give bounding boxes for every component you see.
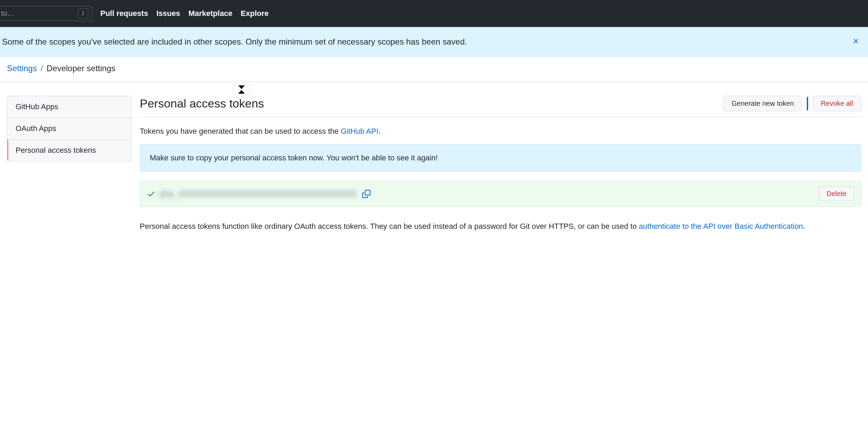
flash-close-button[interactable] bbox=[851, 36, 861, 48]
nav-links: Pull requests Issues Marketplace Explore bbox=[100, 9, 269, 18]
nav-marketplace[interactable]: Marketplace bbox=[189, 9, 232, 18]
breadcrumb-current: Developer settings bbox=[47, 64, 116, 73]
github-api-link[interactable]: GitHub API bbox=[341, 127, 378, 135]
hourglass-x-icon bbox=[236, 84, 247, 95]
copy-warning-text: Make sure to copy your personal access t… bbox=[150, 153, 438, 162]
sidebar-item-label: OAuth Apps bbox=[16, 124, 56, 133]
sidebar-item-github-apps[interactable]: GitHub Apps bbox=[7, 96, 131, 118]
check-icon bbox=[147, 190, 155, 198]
copy-token-button[interactable] bbox=[362, 190, 371, 198]
sidebar-item-oauth-apps[interactable]: OAuth Apps bbox=[7, 118, 131, 140]
content-header: Personal access tokens Generate new toke… bbox=[140, 96, 861, 117]
copy-icon bbox=[362, 190, 371, 198]
page-title: Personal access tokens bbox=[140, 97, 264, 110]
basic-auth-link[interactable]: authenticate to the API over Basic Authe… bbox=[639, 222, 803, 231]
close-icon bbox=[852, 37, 860, 45]
sidebar-item-label: GitHub Apps bbox=[16, 102, 58, 111]
nav-explore[interactable]: Explore bbox=[241, 9, 269, 18]
breadcrumb-settings-link[interactable]: Settings bbox=[7, 64, 37, 73]
nav-issues[interactable]: Issues bbox=[156, 9, 180, 18]
intro-after: . bbox=[378, 127, 381, 135]
flash-message: Some of the scopes you've selected are i… bbox=[2, 37, 467, 47]
vertical-separator bbox=[807, 97, 808, 111]
flash-banner: Some of the scopes you've selected are i… bbox=[0, 27, 868, 57]
revoke-all-button[interactable]: Revoke all bbox=[813, 96, 861, 111]
content: Personal access tokens Generate new toke… bbox=[140, 96, 861, 232]
footer-after: . bbox=[803, 222, 805, 231]
sidebar-item-personal-access-tokens[interactable]: Personal access tokens bbox=[7, 140, 131, 161]
top-nav: / Pull requests Issues Marketplace Explo… bbox=[0, 0, 868, 27]
footer-text: Personal access tokens function like ord… bbox=[140, 221, 861, 232]
intro-text: Tokens you have generated that can be us… bbox=[140, 127, 861, 136]
intro-before: Tokens you have generated that can be us… bbox=[140, 127, 341, 135]
generate-new-token-button[interactable]: Generate new token bbox=[723, 96, 802, 111]
footer-before: Personal access tokens function like ord… bbox=[140, 222, 639, 231]
sidebar-item-label: Personal access tokens bbox=[16, 146, 96, 154]
slash-key-hint: / bbox=[78, 8, 88, 19]
overlay-badge bbox=[232, 81, 250, 99]
search-input[interactable] bbox=[1, 9, 78, 18]
nav-pull-requests[interactable]: Pull requests bbox=[100, 9, 148, 18]
token-value: ghp_XXXXXXXXXXXXXXXXXXXXXXXXXXXXXXXXXXXX bbox=[159, 189, 357, 198]
delete-token-button[interactable]: Delete bbox=[819, 187, 854, 201]
token-row: ghp_XXXXXXXXXXXXXXXXXXXXXXXXXXXXXXXXXXXX… bbox=[140, 181, 861, 207]
breadcrumb-sep: / bbox=[40, 64, 43, 73]
search-wrap[interactable]: / bbox=[0, 6, 92, 21]
breadcrumb: Settings / Developer settings bbox=[0, 57, 868, 82]
header-actions: Generate new token Revoke all bbox=[723, 96, 861, 111]
copy-warning-banner: Make sure to copy your personal access t… bbox=[140, 144, 861, 172]
main: GitHub Apps OAuth Apps Personal access t… bbox=[0, 82, 868, 246]
sidebar-box: GitHub Apps OAuth Apps Personal access t… bbox=[7, 96, 131, 161]
sidebar: GitHub Apps OAuth Apps Personal access t… bbox=[7, 96, 131, 232]
